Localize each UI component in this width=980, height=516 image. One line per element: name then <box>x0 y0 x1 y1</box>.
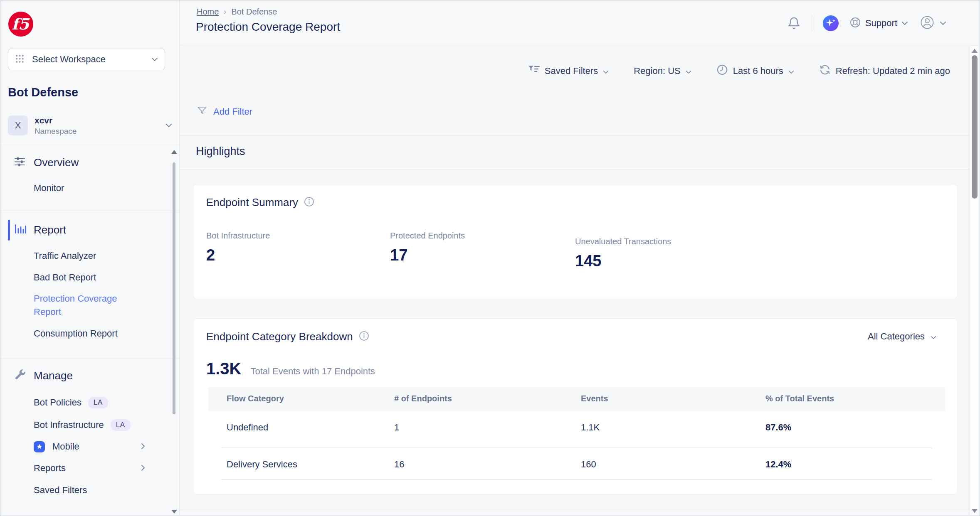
scroll-down-arrow[interactable] <box>972 509 978 513</box>
sidebar-item-label: Report <box>34 224 66 236</box>
limited-availability-badge: LA <box>111 419 131 431</box>
metric-label: Unevaluated Transactions <box>575 237 671 246</box>
region-label: Region: US <box>634 66 681 76</box>
bar-chart-icon <box>14 223 27 237</box>
sidebar-item-mobile[interactable]: Mobile <box>34 440 167 453</box>
sidebar-item-label: Saved Filters <box>34 484 87 497</box>
sidebar-divider <box>0 211 180 211</box>
sidebar-divider <box>0 146 180 146</box>
chevron-down-icon <box>931 331 936 342</box>
metric-protected-endpoints: Protected Endpoints 17 <box>390 231 465 264</box>
refresh-button[interactable]: Refresh: Updated 2 min ago <box>819 64 950 78</box>
breadcrumb: Home › Bot Defense <box>197 7 277 17</box>
sidebar-item-label: Bad Bot Report <box>34 271 96 284</box>
add-filter-label: Add Filter <box>213 106 252 117</box>
bottom-scroll-strip <box>180 509 980 516</box>
table-row: Undefined 1 1.1K 87.6% <box>208 411 945 447</box>
sidebar-item-saved-filters[interactable]: Saved Filters <box>34 484 167 497</box>
section-divider <box>180 169 980 170</box>
time-range-label: Last 6 hours <box>733 66 783 76</box>
sidebar-item-bot-policies[interactable]: Bot Policies LA <box>34 396 167 409</box>
namespace-selector[interactable]: X xcvr Namespace <box>8 113 172 138</box>
sidebar: f5 Select Workspace Bot Defense X xcvr N… <box>0 0 180 516</box>
sidebar-item-report[interactable]: Report <box>0 219 171 241</box>
endpoint-category-breakdown-card: Endpoint Category Breakdown All Categori… <box>193 318 958 494</box>
sidebar-item-label: Mobile <box>52 440 79 453</box>
notifications-bell-icon[interactable] <box>787 16 801 31</box>
f5-logo[interactable]: f5 <box>8 11 34 39</box>
sidebar-item-consumption-report[interactable]: Consumption Report <box>34 327 167 340</box>
cell-events: 160 <box>581 459 596 470</box>
metric-value: 145 <box>575 252 671 270</box>
limited-availability-badge: LA <box>88 397 108 408</box>
cell-flow-category: Undefined <box>227 422 268 433</box>
endpoint-summary-title: Endpoint Summary <box>206 196 298 209</box>
saved-filters-dropdown[interactable]: Saved Filters <box>528 65 609 77</box>
column-header-events: Events <box>581 394 608 403</box>
sidebar-scroll-up-arrow[interactable] <box>171 150 177 154</box>
column-header-percent: % of Total Events <box>765 394 834 403</box>
sidebar-item-protection-coverage-report[interactable]: Protection Coverage Report <box>34 292 167 319</box>
chevron-down-icon <box>788 66 794 76</box>
filter-list-icon <box>528 65 540 77</box>
section-divider <box>180 135 980 136</box>
namespace-type-label: Namespace <box>35 127 165 136</box>
category-breakdown-header: Endpoint Category Breakdown <box>206 330 369 343</box>
sidebar-scrollbar-thumb[interactable] <box>173 162 175 414</box>
table-row: Delivery Services 16 160 12.4% <box>208 448 945 479</box>
chevron-right-icon: › <box>224 7 226 16</box>
funnel-icon <box>197 105 207 118</box>
header-actions: Support <box>787 0 946 46</box>
table-header-row: Flow Category # of Endpoints Events % of… <box>208 387 945 411</box>
account-menu[interactable] <box>919 14 946 32</box>
category-filter-dropdown[interactable]: All Categories <box>868 331 936 342</box>
cell-percent: 12.4% <box>765 459 791 470</box>
sidebar-item-traffic-analyzer[interactable]: Traffic Analyzer <box>34 249 167 263</box>
workspace-selector[interactable]: Select Workspace <box>8 49 165 70</box>
ai-assistant-icon[interactable] <box>823 15 839 31</box>
sliders-icon <box>14 156 25 169</box>
chevron-right-icon <box>141 441 145 452</box>
sidebar-item-monitor[interactable]: Monitor <box>34 182 167 195</box>
sidebar-item-bot-infrastructure[interactable]: Bot Infrastructure LA <box>34 418 167 432</box>
sidebar-item-reports[interactable]: Reports <box>34 462 167 475</box>
clock-icon <box>716 64 728 78</box>
scroll-up-arrow[interactable] <box>972 49 978 53</box>
sidebar-item-bad-bot-report[interactable]: Bad Bot Report <box>34 271 167 284</box>
chevron-down-icon <box>901 20 908 27</box>
sidebar-scroll-down-arrow[interactable] <box>171 510 177 514</box>
column-header-endpoints: # of Endpoints <box>394 394 452 403</box>
endpoint-summary-header: Endpoint Summary <box>206 196 314 209</box>
total-events-value: 1.3K <box>206 359 242 378</box>
metric-bot-infrastructure: Bot Infrastructure 2 <box>206 231 270 264</box>
total-events-caption: Total Events with 17 Endpoints <box>251 366 375 377</box>
sidebar-item-overview[interactable]: Overview <box>0 152 171 173</box>
main-scrollbar[interactable] <box>970 46 979 515</box>
info-icon[interactable] <box>304 197 314 209</box>
namespace-text: xcvr Namespace <box>35 115 165 136</box>
product-title: Bot Defense <box>8 86 78 99</box>
main-scrollbar-thumb[interactable] <box>972 55 978 199</box>
filter-bar: Saved Filters Region: US Last 6 hours <box>528 54 950 88</box>
refresh-status-label: Refresh: Updated 2 min ago <box>836 66 950 76</box>
info-icon[interactable] <box>359 331 369 343</box>
sidebar-item-manage[interactable]: Manage <box>0 365 171 386</box>
support-menu[interactable]: Support <box>849 17 908 30</box>
chevron-right-icon <box>141 463 145 474</box>
metric-value: 17 <box>390 246 465 264</box>
sidebar-item-label: Manage <box>34 369 73 382</box>
metric-label: Protected Endpoints <box>390 231 465 241</box>
chevron-down-icon <box>151 56 158 63</box>
metric-value: 2 <box>206 246 270 264</box>
chevron-down-icon <box>165 122 172 129</box>
user-icon <box>919 14 936 32</box>
app-window: f5 Select Workspace Bot Defense X xcvr N… <box>0 0 980 516</box>
workspace-selector-label: Select Workspace <box>32 54 151 65</box>
add-filter-button[interactable]: Add Filter <box>197 100 252 123</box>
cell-endpoints: 16 <box>394 459 404 470</box>
breadcrumb-home-link[interactable]: Home <box>197 7 219 17</box>
time-range-dropdown[interactable]: Last 6 hours <box>716 64 794 78</box>
region-dropdown[interactable]: Region: US <box>634 66 691 76</box>
breadcrumb-current: Bot Defense <box>231 7 277 17</box>
namespace-avatar: X <box>8 115 28 135</box>
